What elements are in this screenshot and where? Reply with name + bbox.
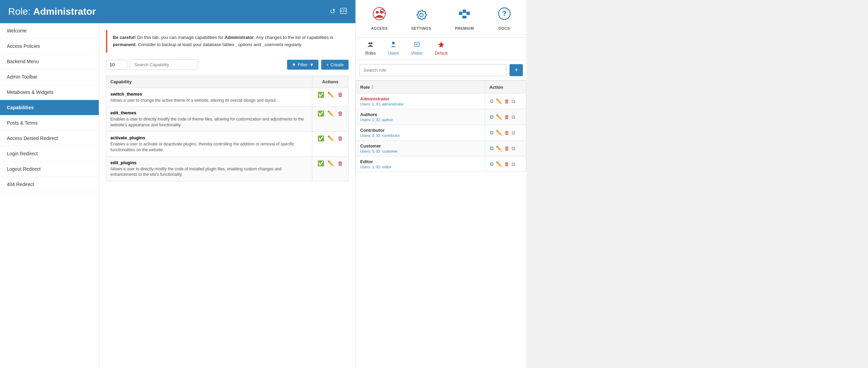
gear-icon[interactable]: ⚙	[489, 145, 494, 152]
edit-icon[interactable]: ✏️	[327, 92, 334, 98]
edit-icon[interactable]: ✏️	[496, 161, 502, 167]
users-tab-icon	[390, 41, 397, 49]
filter-icon: ▼	[292, 62, 296, 67]
docs-icon: ?	[498, 7, 511, 24]
default-tab-label: Default	[435, 51, 448, 56]
role-action-cell: ⚙ ✏️ 🗑 ⧉	[485, 141, 526, 156]
settings-icon-item[interactable]: SETTINGS	[411, 7, 431, 30]
visitor-tab-icon	[413, 41, 420, 49]
check-icon[interactable]: ✅	[317, 111, 324, 116]
gear-icon[interactable]: ⚙	[489, 130, 494, 136]
edit-icon[interactable]: ✏️	[327, 136, 334, 141]
filter-button[interactable]: ▼ Filter ▼	[287, 60, 319, 70]
svg-rect-9	[463, 10, 466, 13]
access-label: ACCESS	[371, 26, 388, 30]
cap-name: edit_plugins	[110, 160, 308, 165]
gear-icon[interactable]: ⚙	[489, 161, 494, 167]
role-name-admin: Administrator	[360, 96, 481, 101]
role-meta-authors: Users: 1; ID: author	[360, 118, 481, 122]
role-action-cell: ⚙ ✏️ 🗑 ⧉	[485, 94, 526, 109]
search-role-input[interactable]	[359, 64, 507, 76]
warning-options: _options	[235, 42, 252, 47]
check-icon[interactable]: ✅	[317, 136, 324, 141]
role-actions-admin: ⚙ ✏️ 🗑 ⧉	[489, 98, 522, 104]
add-role-button[interactable]: +	[510, 64, 523, 76]
premium-icon-item[interactable]: PREMIUM	[455, 7, 474, 30]
svg-text:?: ?	[502, 9, 506, 18]
svg-rect-8	[459, 12, 462, 15]
delete-icon[interactable]: 🗑	[504, 98, 510, 104]
sidebar-item-login-redirect[interactable]: Login Redirect	[0, 146, 99, 161]
sidebar-item-welcome[interactable]: Welcome	[0, 23, 99, 39]
table-row: edit_themes Enables a user to directly m…	[106, 107, 349, 132]
edit-icon[interactable]: ✏️	[496, 145, 502, 152]
edit-icon[interactable]: ✏️	[496, 114, 502, 120]
gear-icon[interactable]: ⚙	[489, 98, 494, 104]
delete-icon[interactable]: 🗑	[504, 145, 510, 151]
delete-icon[interactable]: 🗑	[338, 160, 343, 166]
docs-icon-item[interactable]: ? DOCS	[498, 7, 511, 30]
role-name-customer: Customer	[360, 143, 481, 148]
delete-icon[interactable]: 🗑	[338, 136, 343, 141]
capability-cell: edit_themes Enables a user to directly m…	[106, 107, 312, 132]
search-capability-input[interactable]	[130, 59, 198, 70]
delete-icon[interactable]: 🗑	[504, 161, 510, 167]
main-content: Be careful! On this tab, you can manage …	[99, 23, 355, 368]
sidebar-item-metaboxes[interactable]: Metaboxes & Widgets	[0, 85, 99, 100]
role-tabs: Roles Users Visitor Default	[356, 38, 526, 60]
role-col-label: Role	[360, 85, 370, 90]
toolbar-left: 10 25 50 100	[106, 59, 198, 70]
sidebar-item-access-denied-redirect[interactable]: Access Denied Redirect	[0, 131, 99, 146]
copy-icon[interactable]: ⧉	[512, 114, 515, 120]
delete-icon[interactable]: 🗑	[504, 130, 510, 136]
visitor-tab-label: Visitor	[411, 51, 422, 56]
action-cell: ✅ ✏️ 🗑	[312, 107, 348, 132]
toolbar-right: ▼ Filter ▼ + Create	[287, 60, 349, 70]
create-plus-icon: +	[326, 62, 329, 67]
copy-icon[interactable]: ⧉	[512, 130, 515, 136]
sidebar-item-backend-menu[interactable]: Backend Menu	[0, 54, 99, 69]
copy-icon[interactable]: ⧉	[512, 161, 515, 167]
refresh-icon[interactable]: ↺	[330, 7, 336, 16]
tab-default[interactable]: Default	[429, 38, 454, 60]
role-meta-customer: Users: 0; ID: customer	[360, 149, 481, 153]
sidebar-item-404-redirect[interactable]: 404 Redirect	[0, 177, 99, 192]
per-page-select[interactable]: 10 25 50 100	[106, 60, 127, 70]
table-row: Administrator Users: 1; ID: administrato…	[356, 94, 526, 109]
sidebar-item-admin-toolbar[interactable]: Admin Toolbar	[0, 69, 99, 85]
code-icon[interactable]	[340, 7, 347, 16]
delete-icon[interactable]: 🗑	[504, 114, 510, 120]
svg-rect-11	[462, 16, 466, 18]
filter-dropdown-icon: ▼	[310, 62, 314, 67]
access-icon-item[interactable]: ACCESS	[371, 7, 388, 30]
create-button[interactable]: + Create	[321, 60, 349, 70]
edit-icon[interactable]: ✏️	[327, 160, 334, 166]
sidebar-item-posts-terms[interactable]: Posts & Terms	[0, 115, 99, 131]
tab-roles[interactable]: Roles	[359, 38, 382, 60]
role-name-contributor: Contributor	[360, 128, 481, 133]
warning-box: Be careful! On this tab, you can manage …	[106, 30, 349, 53]
gear-icon[interactable]: ⚙	[489, 114, 494, 120]
edit-icon[interactable]: ✏️	[496, 98, 502, 104]
tab-visitor[interactable]: Visitor	[405, 38, 429, 60]
check-icon[interactable]: ✅	[317, 160, 324, 166]
header-icons: ↺	[330, 7, 347, 16]
tab-users[interactable]: Users	[382, 38, 405, 60]
role-actions-editor: ⚙ ✏️ 🗑 ⧉	[489, 161, 522, 167]
role-meta-admin: Users: 1; ID: administrator	[360, 102, 481, 106]
sidebar-item-logout-redirect[interactable]: Logout Redirect	[0, 161, 99, 177]
role-actions-contributor: ⚙ ✏️ 🗑 ⧉	[489, 130, 522, 136]
copy-icon[interactable]: ⧉	[512, 145, 515, 152]
cap-name: switch_themes	[110, 91, 308, 97]
sidebar-item-access-policies[interactable]: Access Policies	[0, 39, 99, 54]
capability-cell: edit_plugins Allows a user to directly m…	[106, 156, 312, 181]
col-role-header[interactable]: Role ▲▼	[356, 81, 485, 94]
copy-icon[interactable]: ⧉	[512, 98, 515, 104]
check-icon[interactable]: ✅	[317, 92, 324, 98]
sidebar-item-capabilities[interactable]: Capabilities	[0, 100, 99, 115]
delete-icon[interactable]: 🗑	[338, 111, 343, 116]
edit-icon[interactable]: ✏️	[496, 130, 502, 136]
delete-icon[interactable]: 🗑	[338, 92, 343, 98]
role-action-cell: ⚙ ✏️ 🗑 ⧉	[485, 109, 526, 125]
edit-icon[interactable]: ✏️	[327, 111, 334, 116]
